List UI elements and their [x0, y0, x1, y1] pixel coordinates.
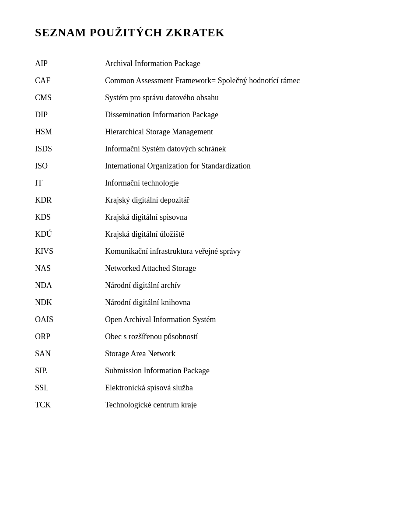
table-row: KIVSKomunikační infrastruktura veřejné s…	[35, 243, 385, 260]
abbreviation-definition: Komunikační infrastruktura veřejné správ…	[105, 243, 385, 260]
abbreviation-definition: Elektronická spisová služba	[105, 379, 385, 396]
abbreviation-abbr: OAIS	[35, 311, 105, 328]
abbreviation-abbr: KIVS	[35, 243, 105, 260]
abbreviation-abbr: ISDS	[35, 140, 105, 158]
abbreviation-definition: Common Assessment Framework= Společný ho…	[105, 72, 385, 89]
table-row: OAISOpen Archival Information Systém	[35, 311, 385, 328]
abbreviation-definition: Storage Area Network	[105, 345, 385, 362]
abbreviation-abbr: CMS	[35, 89, 105, 106]
table-row: SSLElektronická spisová služba	[35, 379, 385, 396]
table-row: ORPObec s rozšířenou působností	[35, 328, 385, 345]
abbreviation-table: AIPArchival Information PackageCAFCommon…	[35, 55, 385, 414]
table-row: KDSKrajská digitální spisovna	[35, 209, 385, 226]
abbreviation-abbr: KDÚ	[35, 226, 105, 243]
abbreviation-definition: Krajská digitální úložiště	[105, 226, 385, 243]
table-row: NASNetworked Attached Storage	[35, 260, 385, 277]
table-row: TCKTechnologické centrum kraje	[35, 396, 385, 414]
abbreviation-definition: Hierarchical Storage Management	[105, 123, 385, 140]
table-row: NDANárodní digitální archív	[35, 277, 385, 294]
abbreviation-abbr: SAN	[35, 345, 105, 362]
table-row: KDRKrajský digitální depozitář	[35, 192, 385, 209]
abbreviation-abbr: CAF	[35, 72, 105, 89]
table-row: ISOInternational Organization for Standa…	[35, 158, 385, 175]
abbreviation-definition: International Organization for Standardi…	[105, 158, 385, 175]
abbreviation-abbr: KDS	[35, 209, 105, 226]
table-row: ITInformační technologie	[35, 175, 385, 192]
abbreviation-abbr: NAS	[35, 260, 105, 277]
abbreviation-abbr: DIP	[35, 106, 105, 123]
table-row: AIPArchival Information Package	[35, 55, 385, 72]
table-row: SIP.Submission Information Package	[35, 362, 385, 379]
abbreviation-definition: Informační technologie	[105, 175, 385, 192]
abbreviation-abbr: NDK	[35, 294, 105, 311]
abbreviation-definition: Archival Information Package	[105, 55, 385, 72]
abbreviation-definition: Krajský digitální depozitář	[105, 192, 385, 209]
abbreviation-definition: Networked Attached Storage	[105, 260, 385, 277]
abbreviation-definition: Open Archival Information Systém	[105, 311, 385, 328]
abbreviation-definition: Submission Information Package	[105, 362, 385, 379]
table-row: CMSSystém pro správu datového obsahu	[35, 89, 385, 106]
abbreviation-abbr: SIP.	[35, 362, 105, 379]
abbreviation-definition: Technologické centrum kraje	[105, 396, 385, 414]
table-row: CAFCommon Assessment Framework= Společný…	[35, 72, 385, 89]
abbreviation-definition: Informační Systém datových schránek	[105, 140, 385, 158]
abbreviation-definition: Krajská digitální spisovna	[105, 209, 385, 226]
abbreviation-definition: Národní digitální archív	[105, 277, 385, 294]
table-row: SANStorage Area Network	[35, 345, 385, 362]
table-row: HSMHierarchical Storage Management	[35, 123, 385, 140]
table-row: DIPDissemination Information Package	[35, 106, 385, 123]
abbreviation-abbr: ISO	[35, 158, 105, 175]
page-title: Seznam použitých zkratek	[35, 26, 385, 39]
table-row: NDKNárodní digitální knihovna	[35, 294, 385, 311]
abbreviation-abbr: AIP	[35, 55, 105, 72]
abbreviation-abbr: ORP	[35, 328, 105, 345]
abbreviation-abbr: TCK	[35, 396, 105, 414]
abbreviation-definition: Národní digitální knihovna	[105, 294, 385, 311]
abbreviation-definition: Systém pro správu datového obsahu	[105, 89, 385, 106]
abbreviation-abbr: KDR	[35, 192, 105, 209]
table-row: ISDSInformační Systém datových schránek	[35, 140, 385, 158]
abbreviation-definition: Dissemination Information Package	[105, 106, 385, 123]
abbreviation-abbr: NDA	[35, 277, 105, 294]
abbreviation-definition: Obec s rozšířenou působností	[105, 328, 385, 345]
abbreviation-abbr: HSM	[35, 123, 105, 140]
abbreviation-abbr: SSL	[35, 379, 105, 396]
table-row: KDÚKrajská digitální úložiště	[35, 226, 385, 243]
abbreviation-abbr: IT	[35, 175, 105, 192]
